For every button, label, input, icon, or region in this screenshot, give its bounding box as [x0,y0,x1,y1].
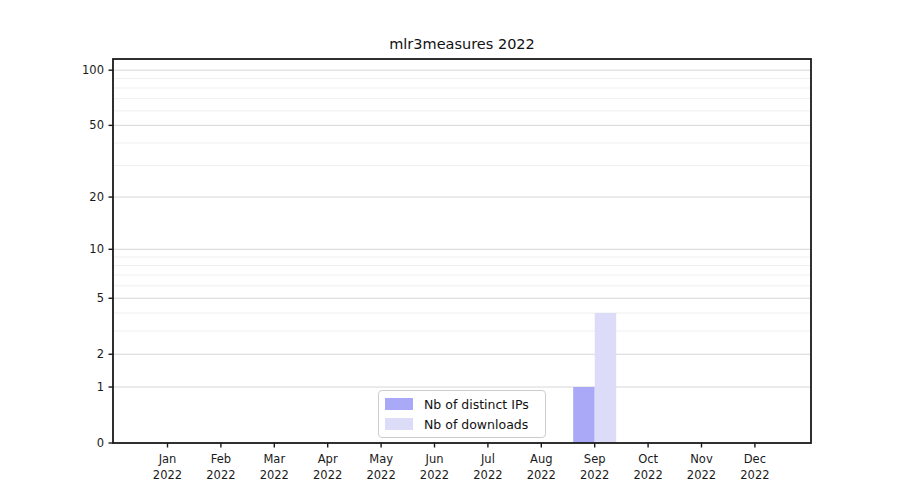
y-tick-label: 0 [97,436,104,450]
legend-label-distinct-ips: Nb of distinct IPs [424,397,529,412]
legend-label-downloads: Nb of downloads [424,417,528,432]
plot-border [113,59,811,443]
chart-title: mlr3measures 2022 [113,36,811,52]
legend-item-downloads: Nb of downloads [385,417,539,432]
x-tick-label-month: Sep [584,452,606,466]
x-tick-label-year: 2022 [687,468,716,482]
x-tick-label-year: 2022 [153,468,182,482]
x-tick-label-month: Jun [425,452,444,466]
x-tick-label-year: 2022 [260,468,289,482]
x-tick-label-year: 2022 [633,468,662,482]
y-tick-label: 2 [97,347,104,361]
legend-swatch-distinct-ips [385,398,413,410]
x-tick-label-year: 2022 [473,468,502,482]
x-tick-label-year: 2022 [740,468,769,482]
x-tick-label-year: 2022 [420,468,449,482]
x-tick-label-year: 2022 [313,468,342,482]
x-tick-label-month: Jan [158,452,177,466]
legend-item-distinct-ips: Nb of distinct IPs [385,397,539,412]
y-tick-label: 100 [82,63,104,77]
y-tick-label: 10 [89,242,104,256]
x-tick-label-month: May [369,452,393,466]
y-tick-label: 20 [89,190,104,204]
x-tick-label-month: Mar [263,452,285,466]
y-tick-label: 1 [97,380,104,394]
x-tick-label-month: Jul [480,452,495,466]
x-tick-label-month: Aug [530,452,552,466]
x-tick-label-month: Apr [318,452,338,466]
bar-nb-of-downloads-sep [595,313,617,443]
x-tick-label-month: Dec [744,452,766,466]
x-tick-label-year: 2022 [580,468,609,482]
figure: 0125102050100Jan2022Feb2022Mar2022Apr202… [0,0,900,500]
x-tick-label-year: 2022 [527,468,556,482]
x-tick-label-year: 2022 [366,468,395,482]
legend: Nb of distinct IPs Nb of downloads [378,390,546,438]
y-tick-label: 5 [97,291,104,305]
x-tick-label-month: Oct [638,452,658,466]
legend-swatch-downloads [385,418,413,430]
y-tick-label: 50 [89,118,104,132]
bar-nb-of-distinct-ips-sep [573,387,595,443]
x-tick-label-month: Feb [211,452,231,466]
x-tick-label-month: Nov [690,452,713,466]
x-tick-label-year: 2022 [206,468,235,482]
